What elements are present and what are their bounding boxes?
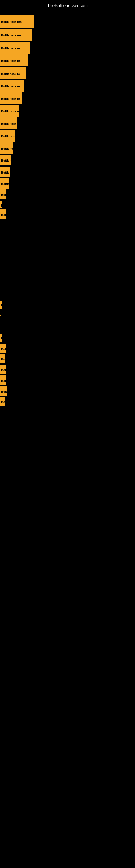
bar-item-3: Bottleneck re	[0, 54, 28, 66]
bar-item-12: Bottleneck	[0, 166, 10, 177]
bar-item-11: Bottleneck	[0, 155, 11, 165]
bar-item-0: Bottleneck res	[0, 14, 34, 28]
bar-item-23: Bottl	[0, 375, 6, 385]
site-title: TheBottlenecker.com	[0, 1, 135, 10]
bar-item-10: Bottleneck	[0, 142, 13, 154]
bar-item-13: Bottleneck	[0, 178, 9, 189]
bar-item-18: |	[0, 315, 2, 316]
bar-item-2: Bottleneck re	[0, 42, 30, 54]
bar-item-19: B	[0, 334, 2, 342]
bar-item-25: Bo	[0, 397, 5, 406]
bar-item-6: Bottleneck re	[0, 92, 21, 104]
bar-item-24: Bottle	[0, 386, 7, 396]
bar-item-5: Bottleneck re	[0, 80, 24, 92]
bar-item-15: |	[0, 201, 2, 208]
bar-item-9: Bottleneck r	[0, 130, 15, 142]
bar-item-16: Bott	[0, 209, 6, 219]
bar-item-7: Bottleneck re	[0, 105, 19, 117]
bar-item-21: Bo	[0, 354, 5, 364]
bar-item-14: Bottle	[0, 189, 6, 199]
bar-item-20: Bott	[0, 344, 6, 353]
bar-item-22: Bottl	[0, 365, 6, 374]
bar-item-8: Bottleneck r	[0, 117, 17, 129]
bar-item-4: Bottleneck re	[0, 67, 26, 79]
bar-item-1: Bottleneck res	[0, 29, 32, 41]
bar-item-17: B	[0, 301, 2, 309]
